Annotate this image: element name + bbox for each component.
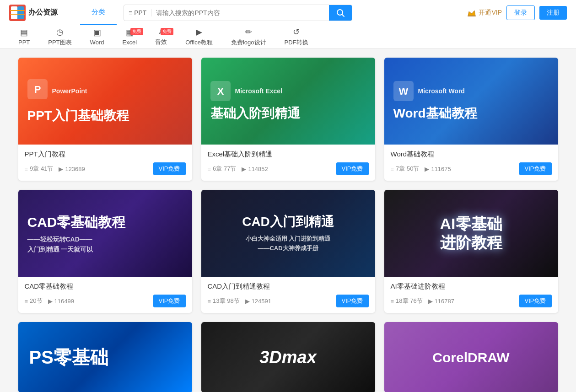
course-card-coreldraw[interactable]: CorelDRAW [384, 322, 558, 392]
classify-nav[interactable]: 分类 [80, 0, 117, 25]
lessons-cad-zero: 20节 [30, 297, 42, 305]
chapters-stat-word: ≡ 7章 50节 [391, 165, 420, 173]
course-card-word-basic[interactable]: W Microsoft Word Word基础教程 Word基础教程 ≡ [384, 58, 558, 181]
thumb-content-3dmax: 3Dmax [201, 322, 375, 392]
course-meta-cad-master: ≡ 13章 98节 ▶ 124591 VIP免费 [208, 295, 369, 307]
course-card-ppt-intro[interactable]: P PowerPoint PPT入门基础教程 PPT入门教程 ≡ [18, 58, 192, 181]
course-thumbnail-excel-basic: X Microsoft Excel 基础入阶到精通 [201, 58, 375, 145]
search-input[interactable] [151, 9, 329, 16]
course-thumbnail-ai: AI零基础进阶教程 [384, 190, 558, 277]
views-ai: 116787 [435, 298, 454, 305]
vip-free-button-cad-zero[interactable]: VIP免费 [153, 295, 186, 307]
ps-main-text: PS零基础 [29, 345, 108, 370]
search-type[interactable]: ≡ PPT [124, 9, 151, 16]
tab-pdf[interactable]: ↺ PDF转换 [275, 25, 318, 48]
excel-app-name: Microsoft Excel [235, 87, 282, 95]
svg-text:P: P [34, 84, 41, 95]
ppt-icon: ▤ [20, 27, 28, 38]
chapters-cad-master: 13章 98节 [213, 297, 240, 305]
chapters-stat-excel: ≡ 6章 77节 [208, 165, 237, 173]
vip-free-button-word[interactable]: VIP免费 [519, 162, 552, 175]
tab-excel-label: Excel [122, 39, 137, 46]
vip-button[interactable]: 开通VIP [467, 9, 502, 17]
tab-audio[interactable]: 免费 ♫ 音效 [146, 25, 176, 48]
search-bar: ≡ PPT [124, 5, 352, 21]
course-info-word: Word基础教程 ≡ 7章 50节 ▶ 111675 VIP免费 [384, 145, 558, 181]
course-info-excel: Excel基础入阶到精通 ≡ 6章 77节 ▶ 114852 VIP免费 [201, 145, 375, 181]
thumb-content-excel: X Microsoft Excel 基础入阶到精通 [201, 58, 375, 145]
course-card-3dmax[interactable]: 3Dmax [201, 322, 375, 392]
course-title-ai: AI零基础进阶教程 [391, 282, 552, 291]
chapters-ppt: 9章 41节 [30, 165, 53, 173]
chapters-stat-cad-master: ≡ 13章 98节 [208, 297, 240, 305]
classify-label: 分类 [92, 8, 105, 16]
thumb-content-coreldraw: CorelDRAW [384, 322, 558, 392]
tab-office-tutorial[interactable]: ▶ Office教程 [176, 25, 222, 48]
word-main-text: Word基础教程 [393, 106, 477, 121]
play-icon-ppt: ▶ [59, 166, 63, 172]
views-stat-cad-master: ▶ 124591 [245, 298, 271, 305]
course-card-excel-basic[interactable]: X Microsoft Excel 基础入阶到精通 Excel基础入阶到精通 ≡ [201, 58, 375, 181]
chapters-icon-cad-master: ≡ [208, 298, 211, 305]
tab-word[interactable]: ▣ Word [81, 25, 113, 48]
svg-rect-8 [468, 16, 476, 16]
thumb-content-word: W Microsoft Word Word基础教程 [384, 58, 558, 145]
tab-logo[interactable]: ✏ 免费logo设计 [222, 25, 275, 48]
ppt-app-name: PowerPoint [52, 87, 87, 95]
thumb-content-ps: PS零基础 [18, 322, 192, 392]
course-meta-cad-zero: ≡ 20节 ▶ 116499 VIP免费 [25, 295, 186, 307]
course-meta-excel: ≡ 6章 77节 ▶ 114852 VIP免费 [208, 162, 369, 175]
search-button[interactable] [329, 5, 352, 21]
word-app-name: Microsoft Word [418, 87, 465, 95]
course-thumbnail-3dmax: 3Dmax [201, 322, 375, 392]
pdf-icon: ↺ [293, 27, 300, 37]
views-cad-master: 124591 [252, 298, 271, 305]
logo-icon [9, 5, 26, 21]
tab-excel[interactable]: 免费 ▦ Excel [113, 25, 146, 48]
course-info-cad-master: CAD入门到精通教程 ≡ 13章 98节 ▶ 124591 VIP免费 [201, 277, 375, 313]
svg-marker-7 [468, 11, 475, 16]
register-button[interactable]: 注册 [539, 6, 567, 20]
course-title-excel: Excel基础入阶到精通 [208, 150, 369, 159]
tab-ppt[interactable]: ▤ PPT [9, 25, 39, 48]
course-card-ps-zero[interactable]: PS零基础 [18, 322, 192, 392]
header-actions: 开通VIP 登录 注册 [467, 5, 567, 20]
svg-rect-2 [17, 6, 24, 19]
excel-logo-row: X Microsoft Excel [210, 81, 282, 101]
main-content: P PowerPoint PPT入门基础教程 PPT入门教程 ≡ [9, 58, 567, 392]
ppt-app-icon: P [27, 79, 48, 103]
tab-ppt-chart-label: PPT图表 [48, 38, 71, 47]
cad-master-title: CAD入门到精通 [242, 213, 334, 231]
logo-area[interactable]: 办公资源 [9, 5, 73, 21]
tab-office-tutorial-label: Office教程 [185, 38, 213, 47]
course-info-ppt-intro: PPT入门教程 ≡ 9章 41节 ▶ 123689 VIP免费 [18, 145, 192, 181]
course-card-cad-master[interactable]: CAD入门到精通 小白大神全适用 入门进阶到精通——CAD大神养成手册 CAD入… [201, 190, 375, 313]
thumb-content-cad2: CAD入门到精通 小白大神全适用 入门进阶到精通——CAD大神养成手册 [201, 190, 375, 277]
vip-free-button-cad-master[interactable]: VIP免费 [336, 295, 369, 307]
lessons-stat-cad-zero: ≡ 20节 [25, 297, 43, 305]
course-thumbnail-cad-zero: CAD零基础教程 ——轻松玩转CAD—— 入门到精通 一天就可以 [18, 190, 192, 277]
thumb-content-ai: AI零基础进阶教程 [384, 190, 558, 277]
office-tutorial-icon: ▶ [196, 27, 202, 37]
login-button[interactable]: 登录 [506, 5, 535, 20]
vip-free-button-excel[interactable]: VIP免费 [336, 162, 369, 175]
play-icon-cad-master: ▶ [245, 298, 250, 305]
views-stat-excel: ▶ 114852 [242, 166, 268, 172]
play-icon-cad-zero: ▶ [48, 298, 53, 305]
vip-free-button-ai[interactable]: VIP免费 [519, 295, 552, 307]
course-card-ai-basic[interactable]: AI零基础进阶教程 AI零基础进阶教程 ≡ 18章 76节 ▶ 116787 [384, 190, 558, 313]
course-stats-excel: ≡ 6章 77节 ▶ 114852 [208, 165, 268, 173]
thumb-content-ppt: P PowerPoint PPT入门基础教程 [18, 58, 192, 145]
cad-zero-sub2: 入门到精通 一天就可以 [27, 246, 93, 254]
svg-rect-3 [10, 10, 25, 11]
tab-ppt-chart[interactable]: ◷ PPT图表 [39, 25, 81, 48]
course-meta-word: ≡ 7章 50节 ▶ 111675 VIP免费 [391, 162, 552, 175]
course-meta-ai: ≡ 18章 76节 ▶ 116787 VIP免费 [391, 295, 552, 307]
logo-design-icon: ✏ [245, 27, 252, 37]
course-card-cad-zero[interactable]: CAD零基础教程 ——轻松玩转CAD—— 入门到精通 一天就可以 CAD零基础教… [18, 190, 192, 313]
course-stats-word: ≡ 7章 50节 ▶ 111675 [391, 165, 451, 173]
vip-free-button-ppt[interactable]: VIP免费 [153, 162, 186, 175]
ai-main-text: AI零基础进阶教程 [440, 215, 502, 252]
course-stats-cad-master: ≡ 13章 98节 ▶ 124591 [208, 297, 272, 305]
vip-label: 开通VIP [479, 9, 502, 17]
